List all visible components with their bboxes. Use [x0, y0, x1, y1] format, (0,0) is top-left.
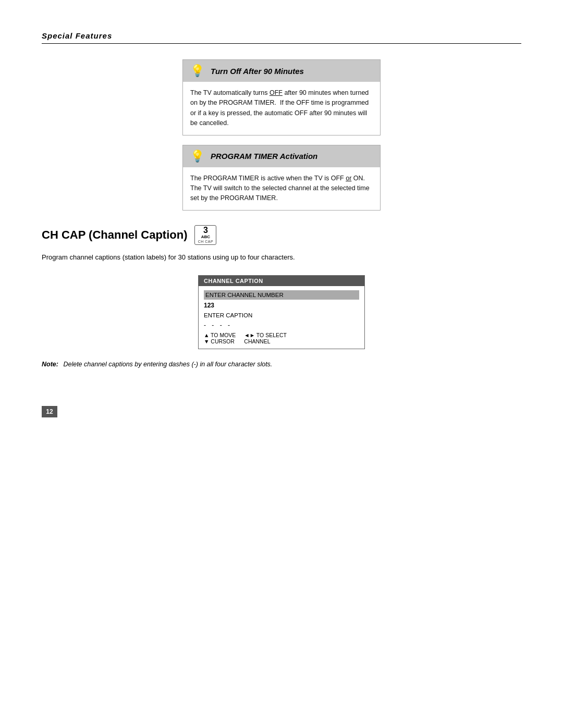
info-boxes-container: 💡 Turn Off After 90 Minutes The TV autom…: [42, 59, 521, 220]
turn-off-box-header: 💡 Turn Off After 90 Minutes: [183, 60, 380, 82]
note-label: Note:: [42, 361, 58, 368]
cc-controls-col2: ◄► TO SELECT CHANNEL: [244, 332, 287, 344]
channel-badge: 3 ABC CH CAP: [194, 225, 216, 245]
channel-caption-box: CHANNEL CAPTION ENTER CHANNEL NUMBER 123…: [198, 275, 365, 349]
cc-controls-col1: ▲ TO MOVE ▼ CURSOR: [204, 332, 236, 344]
cc-ctrl-cursor: ▼ CURSOR: [204, 338, 236, 344]
turn-off-box: 💡 Turn Off After 90 Minutes The TV autom…: [182, 59, 381, 135]
turn-off-body: The TV automatically turns OFF after 90 …: [183, 82, 380, 135]
badge-label: CH CAP: [198, 240, 213, 243]
note-section: Note: Delete channel captions by enterin…: [42, 360, 354, 369]
badge-abc: ABC: [201, 235, 210, 239]
page-number: 12: [42, 406, 57, 417]
program-timer-box: 💡 PROGRAM TIMER Activation The PROGRAM T…: [182, 145, 381, 211]
note-text: Delete channel captions by entering dash…: [63, 361, 272, 368]
cc-row-enter-channel: ENTER CHANNEL NUMBER: [204, 290, 359, 300]
badge-number: 3: [203, 226, 208, 235]
chcap-section: CH CAP (Channel Caption) 3 ABC CH CAP Pr…: [42, 225, 521, 370]
bulb-icon-2: 💡: [190, 150, 204, 163]
cc-body: ENTER CHANNEL NUMBER 123 ENTER CAPTION -…: [199, 286, 364, 349]
chcap-description: Program channel captions (station labels…: [42, 252, 354, 263]
heading-text: Special Features: [42, 31, 112, 40]
chcap-title: CH CAP (Channel Caption): [42, 228, 187, 242]
cc-dashes: - - - -: [204, 322, 359, 329]
program-timer-title: PROGRAM TIMER Activation: [211, 152, 317, 161]
cc-ctrl-channel: CHANNEL: [244, 338, 287, 344]
cc-row-number: 123: [204, 302, 359, 309]
program-timer-box-header: 💡 PROGRAM TIMER Activation: [183, 145, 380, 167]
chcap-title-row: CH CAP (Channel Caption) 3 ABC CH CAP: [42, 225, 521, 245]
program-timer-body: The PROGRAM TIMER is active when the TV …: [183, 167, 380, 210]
cc-controls: ▲ TO MOVE ▼ CURSOR ◄► TO SELECT CHANNEL: [204, 332, 359, 344]
cc-header: CHANNEL CAPTION: [199, 276, 364, 286]
cc-row-enter-caption: ENTER CAPTION: [204, 311, 359, 319]
special-features-heading: Special Features: [42, 31, 521, 44]
cc-ctrl-move: ▲ TO MOVE: [204, 332, 236, 338]
channel-caption-wrapper: CHANNEL CAPTION ENTER CHANNEL NUMBER 123…: [42, 275, 521, 349]
cc-ctrl-select: ◄► TO SELECT: [244, 332, 287, 338]
bulb-icon-1: 💡: [190, 64, 204, 78]
turn-off-title: Turn Off After 90 Minutes: [211, 67, 304, 76]
